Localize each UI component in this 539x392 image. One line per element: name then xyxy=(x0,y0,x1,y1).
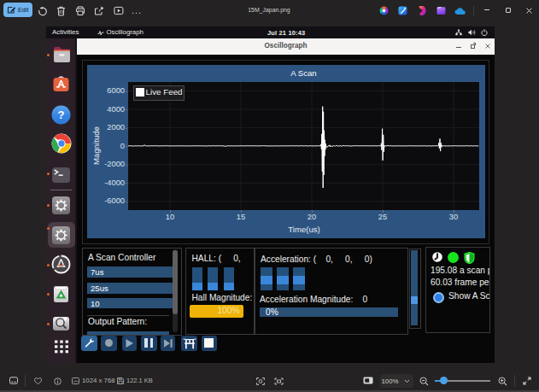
svg-text:?: ? xyxy=(58,108,65,121)
